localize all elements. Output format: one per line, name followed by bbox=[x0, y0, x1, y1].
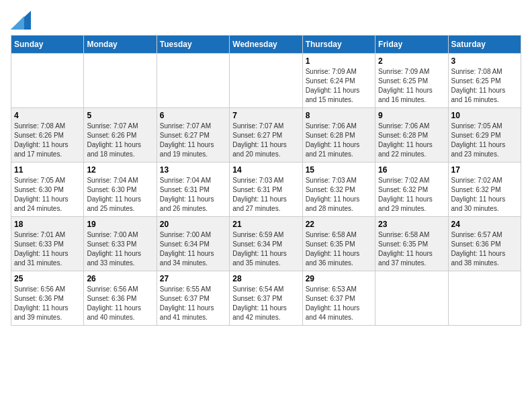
calendar-cell: 24Sunrise: 6:57 AM Sunset: 6:36 PM Dayli… bbox=[448, 217, 521, 271]
day-info: Sunrise: 7:03 AM Sunset: 6:31 PM Dayligh… bbox=[232, 176, 299, 214]
day-number: 17 bbox=[451, 165, 518, 175]
day-info: Sunrise: 6:57 AM Sunset: 6:36 PM Dayligh… bbox=[451, 230, 518, 268]
weekday-header-row: SundayMondayTuesdayWednesdayThursdayFrid… bbox=[11, 36, 521, 54]
day-info: Sunrise: 6:53 AM Sunset: 6:37 PM Dayligh… bbox=[306, 285, 372, 322]
day-number: 12 bbox=[87, 165, 153, 175]
day-info: Sunrise: 7:04 AM Sunset: 6:31 PM Dayligh… bbox=[160, 176, 226, 214]
calendar-cell: 3Sunrise: 7:08 AM Sunset: 6:25 PM Daylig… bbox=[448, 54, 521, 108]
calendar-cell: 23Sunrise: 6:58 AM Sunset: 6:35 PM Dayli… bbox=[375, 217, 448, 271]
day-info: Sunrise: 6:56 AM Sunset: 6:36 PM Dayligh… bbox=[87, 285, 153, 322]
day-info: Sunrise: 7:00 AM Sunset: 6:33 PM Dayligh… bbox=[87, 230, 153, 268]
day-info: Sunrise: 6:58 AM Sunset: 6:35 PM Dayligh… bbox=[378, 230, 445, 268]
logo-icon bbox=[11, 11, 31, 30]
calendar-week-row: 1Sunrise: 7:09 AM Sunset: 6:24 PM Daylig… bbox=[11, 54, 521, 108]
calendar-cell: 13Sunrise: 7:04 AM Sunset: 6:31 PM Dayli… bbox=[157, 163, 229, 217]
day-number: 24 bbox=[451, 220, 518, 229]
weekday-header: Sunday bbox=[11, 36, 84, 54]
calendar-week-row: 11Sunrise: 7:05 AM Sunset: 6:30 PM Dayli… bbox=[11, 163, 521, 217]
calendar-cell: 11Sunrise: 7:05 AM Sunset: 6:30 PM Dayli… bbox=[11, 163, 84, 217]
day-number: 22 bbox=[306, 220, 372, 229]
calendar-cell: 29Sunrise: 6:53 AM Sunset: 6:37 PM Dayli… bbox=[302, 271, 375, 326]
day-info: Sunrise: 7:05 AM Sunset: 6:29 PM Dayligh… bbox=[451, 122, 518, 159]
day-info: Sunrise: 6:54 AM Sunset: 6:37 PM Dayligh… bbox=[232, 285, 299, 322]
day-info: Sunrise: 6:56 AM Sunset: 6:36 PM Dayligh… bbox=[14, 285, 81, 322]
calendar-cell: 27Sunrise: 6:55 AM Sunset: 6:37 PM Dayli… bbox=[157, 271, 229, 326]
weekday-header: Saturday bbox=[448, 36, 521, 54]
calendar-cell: 26Sunrise: 6:56 AM Sunset: 6:36 PM Dayli… bbox=[84, 271, 157, 326]
calendar-cell: 28Sunrise: 6:54 AM Sunset: 6:37 PM Dayli… bbox=[230, 271, 302, 326]
weekday-header: Monday bbox=[84, 36, 157, 54]
calendar-cell: 21Sunrise: 6:59 AM Sunset: 6:34 PM Dayli… bbox=[230, 217, 302, 271]
day-number: 16 bbox=[378, 165, 445, 175]
day-number: 15 bbox=[306, 165, 372, 175]
day-number: 1 bbox=[306, 56, 372, 66]
calendar-cell: 22Sunrise: 6:58 AM Sunset: 6:35 PM Dayli… bbox=[302, 217, 375, 271]
calendar-cell bbox=[11, 54, 84, 108]
day-number: 13 bbox=[160, 165, 226, 175]
day-info: Sunrise: 7:03 AM Sunset: 6:32 PM Dayligh… bbox=[306, 176, 372, 214]
calendar-cell: 16Sunrise: 7:02 AM Sunset: 6:32 PM Dayli… bbox=[375, 163, 448, 217]
weekday-header: Tuesday bbox=[157, 36, 229, 54]
calendar-week-row: 25Sunrise: 6:56 AM Sunset: 6:36 PM Dayli… bbox=[11, 271, 521, 326]
day-info: Sunrise: 6:55 AM Sunset: 6:37 PM Dayligh… bbox=[160, 285, 226, 322]
day-number: 7 bbox=[232, 111, 299, 120]
day-number: 9 bbox=[378, 111, 445, 120]
calendar-week-row: 4Sunrise: 7:08 AM Sunset: 6:26 PM Daylig… bbox=[11, 108, 521, 163]
day-number: 21 bbox=[232, 220, 299, 229]
day-number: 8 bbox=[306, 111, 372, 120]
day-number: 5 bbox=[87, 111, 153, 120]
day-info: Sunrise: 7:08 AM Sunset: 6:25 PM Dayligh… bbox=[451, 67, 518, 105]
day-info: Sunrise: 7:08 AM Sunset: 6:26 PM Dayligh… bbox=[14, 122, 81, 159]
calendar-cell: 14Sunrise: 7:03 AM Sunset: 6:31 PM Dayli… bbox=[230, 163, 302, 217]
day-info: Sunrise: 7:07 AM Sunset: 6:27 PM Dayligh… bbox=[160, 122, 226, 159]
day-info: Sunrise: 7:05 AM Sunset: 6:30 PM Dayligh… bbox=[14, 176, 81, 214]
calendar-cell: 19Sunrise: 7:00 AM Sunset: 6:33 PM Dayli… bbox=[84, 217, 157, 271]
day-info: Sunrise: 7:04 AM Sunset: 6:30 PM Dayligh… bbox=[87, 176, 153, 214]
calendar-cell bbox=[375, 271, 448, 326]
day-info: Sunrise: 7:09 AM Sunset: 6:25 PM Dayligh… bbox=[378, 67, 445, 105]
day-number: 26 bbox=[87, 274, 153, 283]
day-number: 4 bbox=[14, 111, 81, 120]
calendar-cell: 1Sunrise: 7:09 AM Sunset: 6:24 PM Daylig… bbox=[302, 54, 375, 108]
calendar-cell bbox=[157, 54, 229, 108]
day-info: Sunrise: 6:58 AM Sunset: 6:35 PM Dayligh… bbox=[306, 230, 372, 268]
day-info: Sunrise: 7:06 AM Sunset: 6:28 PM Dayligh… bbox=[306, 122, 372, 159]
calendar-table: SundayMondayTuesdayWednesdayThursdayFrid… bbox=[11, 35, 521, 326]
day-info: Sunrise: 7:01 AM Sunset: 6:33 PM Dayligh… bbox=[14, 230, 81, 268]
day-info: Sunrise: 7:00 AM Sunset: 6:34 PM Dayligh… bbox=[160, 230, 226, 268]
calendar-cell bbox=[230, 54, 302, 108]
calendar-cell bbox=[84, 54, 157, 108]
day-number: 20 bbox=[160, 220, 226, 229]
day-number: 6 bbox=[160, 111, 226, 120]
calendar-cell bbox=[448, 271, 521, 326]
day-number: 11 bbox=[14, 165, 81, 175]
day-info: Sunrise: 7:07 AM Sunset: 6:27 PM Dayligh… bbox=[232, 122, 299, 159]
calendar-cell: 5Sunrise: 7:07 AM Sunset: 6:26 PM Daylig… bbox=[84, 108, 157, 163]
calendar-cell: 17Sunrise: 7:02 AM Sunset: 6:32 PM Dayli… bbox=[448, 163, 521, 217]
day-number: 19 bbox=[87, 220, 153, 229]
calendar-cell: 8Sunrise: 7:06 AM Sunset: 6:28 PM Daylig… bbox=[302, 108, 375, 163]
svg-marker-1 bbox=[11, 16, 24, 30]
calendar-cell: 25Sunrise: 6:56 AM Sunset: 6:36 PM Dayli… bbox=[11, 271, 84, 326]
calendar-cell: 9Sunrise: 7:06 AM Sunset: 6:28 PM Daylig… bbox=[375, 108, 448, 163]
weekday-header: Friday bbox=[375, 36, 448, 54]
day-info: Sunrise: 6:59 AM Sunset: 6:34 PM Dayligh… bbox=[232, 230, 299, 268]
day-number: 23 bbox=[378, 220, 445, 229]
day-number: 25 bbox=[14, 274, 81, 283]
calendar-week-row: 18Sunrise: 7:01 AM Sunset: 6:33 PM Dayli… bbox=[11, 217, 521, 271]
day-number: 10 bbox=[451, 111, 518, 120]
day-number: 28 bbox=[232, 274, 299, 283]
day-info: Sunrise: 7:07 AM Sunset: 6:26 PM Dayligh… bbox=[87, 122, 153, 159]
calendar-cell: 7Sunrise: 7:07 AM Sunset: 6:27 PM Daylig… bbox=[230, 108, 302, 163]
day-info: Sunrise: 7:02 AM Sunset: 6:32 PM Dayligh… bbox=[378, 176, 445, 214]
page-header bbox=[11, 11, 521, 30]
day-number: 2 bbox=[378, 56, 445, 66]
calendar-cell: 6Sunrise: 7:07 AM Sunset: 6:27 PM Daylig… bbox=[157, 108, 229, 163]
weekday-header: Wednesday bbox=[230, 36, 302, 54]
calendar-cell: 10Sunrise: 7:05 AM Sunset: 6:29 PM Dayli… bbox=[448, 108, 521, 163]
calendar-cell: 4Sunrise: 7:08 AM Sunset: 6:26 PM Daylig… bbox=[11, 108, 84, 163]
logo bbox=[11, 11, 34, 30]
day-number: 3 bbox=[451, 56, 518, 66]
day-info: Sunrise: 7:06 AM Sunset: 6:28 PM Dayligh… bbox=[378, 122, 445, 159]
day-info: Sunrise: 7:02 AM Sunset: 6:32 PM Dayligh… bbox=[451, 176, 518, 214]
